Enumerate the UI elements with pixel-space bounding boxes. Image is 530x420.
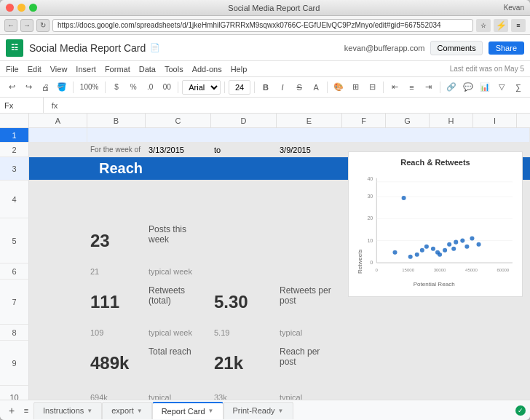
url-bar[interactable]: https://docs.google.com/spreadsheets/d/1…	[52, 19, 473, 32]
row-num-10[interactable]: 10	[0, 386, 29, 400]
row-num-6[interactable]: 6	[0, 264, 29, 280]
sheets-menu-button[interactable]: ≡	[19, 403, 33, 418]
cell-a3[interactable]	[29, 157, 87, 180]
link-button[interactable]: 🔗	[444, 79, 459, 95]
cell-d8-pp-typ[interactable]: 5.19	[211, 325, 277, 340]
menu-help[interactable]: Help	[231, 65, 248, 74]
row-num-1[interactable]: 1	[0, 128, 29, 143]
cell-d9-reach-pp[interactable]: 21k	[211, 341, 277, 385]
maximize-button[interactable]	[29, 4, 37, 12]
cell-b10-reach-typ[interactable]: 694k	[87, 386, 146, 400]
cell-a5[interactable]	[29, 218, 87, 263]
strikethrough-button[interactable]: S	[292, 79, 306, 95]
cell-e9-reach-pp-label[interactable]: Reach per post	[277, 341, 342, 385]
cell-c10-reach-typ-label[interactable]: typical	[146, 386, 211, 400]
row-num-5[interactable]: 5	[0, 218, 29, 264]
cell-b7-rt-count[interactable]: 111	[87, 280, 146, 324]
decimal2-button[interactable]: 00	[159, 79, 174, 95]
col-header-d[interactable]: D	[211, 114, 277, 128]
row-num-8[interactable]: 8	[0, 325, 29, 341]
font-color-button[interactable]: A	[309, 79, 323, 95]
tab-instructions[interactable]: Instructions ▼	[33, 402, 102, 419]
paint-format-button[interactable]: 🪣	[55, 79, 69, 95]
menu-icon[interactable]: ≡	[511, 19, 526, 32]
undo-button[interactable]: ↩	[4, 79, 19, 95]
cell-d10-rpp-typ[interactable]: 33k	[211, 386, 277, 400]
forward-button[interactable]: →	[20, 19, 33, 32]
merge-button[interactable]: ⊟	[365, 79, 379, 95]
percent-button[interactable]: %	[126, 79, 141, 95]
align-left[interactable]: ⇤	[387, 79, 402, 95]
col-header-f[interactable]: F	[342, 114, 386, 128]
close-button[interactable]	[6, 4, 14, 12]
menu-format[interactable]: Format	[105, 65, 130, 74]
borders-button[interactable]: ⊞	[348, 79, 363, 95]
cell-e10-rpp-typ-label[interactable]: typical	[277, 386, 342, 400]
cell-b8-rt-typ[interactable]: 109	[87, 325, 146, 340]
bold-button[interactable]: B	[258, 79, 273, 95]
cell-a2[interactable]	[29, 143, 87, 156]
redo-button[interactable]: ↪	[21, 79, 36, 95]
row-num-2[interactable]: 2	[0, 143, 29, 157]
add-sheet-button[interactable]: +	[4, 403, 19, 418]
cell-b2[interactable]: For the week of	[87, 143, 146, 156]
cell-c9-reach-label[interactable]: Total reach	[146, 341, 211, 385]
cell-c6-typical-label[interactable]: typical week	[146, 264, 211, 279]
tab-export-dropdown[interactable]: ▼	[137, 408, 143, 414]
extension-icon[interactable]: ⚡	[494, 19, 508, 32]
row-num-9[interactable]: 9	[0, 341, 29, 386]
tab-export[interactable]: export ▼	[102, 402, 152, 419]
comment-button[interactable]: 💬	[461, 79, 475, 95]
menu-data[interactable]: Data	[139, 65, 156, 74]
chart-button[interactable]: 📊	[478, 79, 492, 95]
print-button[interactable]: 🖨	[38, 79, 52, 95]
filter-button[interactable]: ▽	[494, 79, 509, 95]
tab-report-card[interactable]: Report Card ▼	[152, 402, 224, 419]
col-header-a[interactable]: A	[29, 114, 87, 128]
cell-e7-rt-pp-label[interactable]: Retweets per post	[277, 280, 342, 324]
cell-reference[interactable]: Fx	[0, 98, 44, 113]
cell-a7[interactable]	[29, 280, 87, 324]
cell-e2[interactable]: 3/9/2015	[277, 143, 342, 156]
cell-d7-rt-pp[interactable]: 5.30	[211, 280, 277, 324]
menu-edit[interactable]: Edit	[28, 65, 41, 74]
cell-d2[interactable]: to	[211, 143, 277, 156]
menu-addons[interactable]: Add-ons	[192, 65, 222, 74]
tab-instructions-dropdown[interactable]: ▼	[87, 408, 92, 414]
font-selector[interactable]: Arial	[182, 80, 221, 95]
cell-a4[interactable]	[29, 181, 87, 218]
tab-print-ready-dropdown[interactable]: ▼	[278, 408, 284, 414]
align-center[interactable]: ≡	[404, 79, 419, 95]
cell-c8-rt-typ-label[interactable]: typical week	[146, 325, 211, 340]
menu-view[interactable]: View	[50, 65, 68, 74]
share-button[interactable]: Share	[489, 41, 524, 55]
bookmark-icon[interactable]: ☆	[476, 19, 491, 32]
cell-a10[interactable]	[29, 386, 87, 400]
col-header-g[interactable]: G	[386, 114, 430, 128]
col-header-e[interactable]: E	[277, 114, 342, 128]
fill-color-button[interactable]: 🎨	[331, 79, 346, 95]
currency-button[interactable]: $	[109, 79, 124, 95]
cell-e8-pp-typ-label[interactable]: typical	[277, 325, 342, 340]
font-size-input[interactable]	[229, 80, 250, 95]
cell-a1[interactable]	[29, 128, 87, 142]
menu-tools[interactable]: Tools	[165, 65, 183, 74]
reload-button[interactable]: ↻	[36, 19, 50, 32]
zoom-button[interactable]: 100%	[77, 79, 101, 95]
row-num-4[interactable]: 4	[0, 181, 29, 218]
comments-button[interactable]: Comments	[430, 41, 482, 55]
function-button[interactable]: ∑	[511, 79, 526, 95]
cell-c7-rt-label[interactable]: Retweets (total)	[146, 280, 211, 324]
menu-insert[interactable]: Insert	[76, 65, 96, 74]
col-header-i[interactable]: I	[473, 114, 517, 128]
col-header-b[interactable]: B	[87, 114, 146, 128]
col-header-j[interactable]: J	[517, 114, 530, 128]
italic-button[interactable]: I	[275, 79, 290, 95]
align-right[interactable]: ⇥	[422, 79, 436, 95]
menu-file[interactable]: File	[6, 65, 19, 74]
tab-report-card-dropdown[interactable]: ▼	[208, 408, 214, 414]
decimal-button[interactable]: .0	[143, 79, 157, 95]
cell-b5-posts-count[interactable]: 23	[87, 218, 146, 263]
cell-b9-reach[interactable]: 489k	[87, 341, 146, 385]
row-num-7[interactable]: 7	[0, 280, 29, 325]
